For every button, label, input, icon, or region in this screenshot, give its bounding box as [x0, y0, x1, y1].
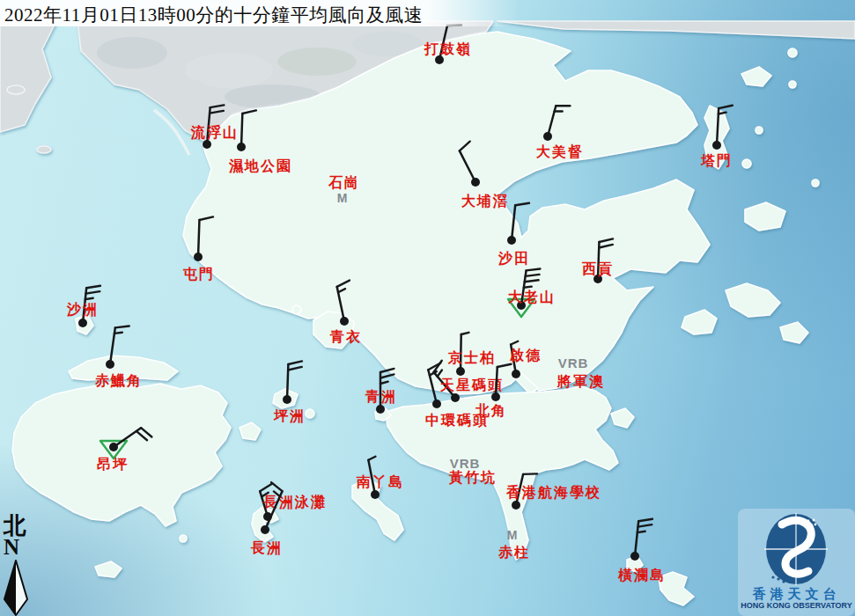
wind-barb-full-tick: [515, 203, 529, 206]
station-tseung-kwan-o: VRB將軍澳: [556, 356, 605, 389]
north-arrow-icon: [1, 560, 31, 616]
station-label: 沙洲: [66, 302, 99, 317]
station-label: 西貢: [581, 261, 614, 277]
stations-layer: 打鼓嶺流浮山濕地公園M石崗大埔滘大美督塔門沙田西貢大老山屯門沙洲赤鱲角青衣青洲京…: [0, 0, 855, 616]
station-tsing-yi: 青衣: [329, 281, 362, 344]
station-dot: [340, 317, 349, 326]
station-label: 北角: [475, 403, 507, 418]
station-label: 赤柱: [498, 545, 530, 560]
wind-barb-full-tick: [115, 326, 129, 327]
station-dot: [512, 501, 520, 510]
wind-barb-full-tick: [599, 238, 613, 242]
wind-barb-full-tick: [86, 286, 100, 289]
wind-barb-full-tick: [242, 110, 256, 114]
north-compass: 北 N: [1, 514, 36, 616]
station-peng-chau: 坪洲: [273, 361, 306, 423]
station-label: 塔門: [700, 153, 733, 168]
wind-barb-half-tick: [368, 457, 375, 460]
wind-barb-full-tick: [271, 482, 282, 491]
wind-barb-full-tick: [288, 361, 302, 364]
station-dot: [237, 143, 246, 151]
station-tai-po-kau: 大埔滘: [460, 142, 509, 209]
station-dot: [203, 140, 211, 149]
maintenance-marker: M: [507, 528, 519, 542]
wind-barb-half-tick: [524, 287, 532, 288]
wind-barb-full-tick: [526, 275, 540, 276]
station-chek-lap-kok: 赤鱲角: [94, 326, 143, 388]
wind-barb-half-tick: [461, 333, 469, 334]
station-sha-tin: 沙田: [498, 203, 530, 266]
wind-barb-half-tick: [338, 289, 345, 292]
wind-barb-half-tick: [638, 532, 645, 532]
station-ta-kwu-ling: 打鼓嶺: [424, 25, 472, 64]
maintenance-marker: M: [337, 191, 349, 205]
wind-barb-full-tick: [210, 105, 225, 107]
wind-barb-full-tick: [638, 519, 652, 522]
station-kai-tak: 啟德: [509, 341, 542, 378]
station-label: 將軍澳: [556, 374, 605, 389]
wind-barb-full-tick: [380, 374, 394, 378]
station-dot: [371, 490, 380, 499]
wind-barb-full-tick: [86, 291, 100, 294]
station-dot: [109, 443, 118, 451]
station-dot: [491, 392, 500, 401]
wind-barb-full-tick: [599, 245, 613, 248]
wind-map-stage: 打鼓嶺流浮山濕地公園M石崗大埔滘大美督塔門沙田西貢大老山屯門沙洲赤鱲角青衣青洲京…: [0, 0, 855, 616]
wind-barb-full-tick: [199, 216, 213, 220]
station-wetland-park: 濕地公園: [228, 110, 292, 174]
station-dot: [456, 367, 465, 376]
station-shek-kong: M石崗: [328, 175, 360, 205]
station-dot: [512, 370, 520, 378]
wind-barb-full-tick: [380, 369, 394, 372]
station-label: 黃竹坑: [448, 470, 497, 485]
wind-barb-full-tick: [638, 524, 652, 527]
wind-barb-staff: [241, 114, 242, 147]
map-title: 2022年11月01日13時00分的十分鐘平均風向及風速: [4, 3, 850, 27]
station-label: 京士柏: [447, 349, 496, 365]
wind-barb-full-tick: [525, 280, 539, 282]
station-wong-chuk-hang: VRB黃竹坑: [448, 456, 497, 485]
station-dot: [432, 400, 441, 408]
station-dot: [471, 178, 480, 187]
station-cheung-chau-beach: 長洲泳灘: [260, 484, 327, 521]
wind-barb-staff: [496, 367, 498, 397]
station-dot: [543, 132, 552, 141]
wind-barb-full-tick: [719, 106, 733, 108]
station-waglan-island: 橫瀾島: [617, 519, 666, 583]
station-dot: [712, 141, 721, 150]
variable-wind-marker: VRB: [450, 456, 481, 471]
station-tuen-mun: 屯門: [182, 216, 215, 282]
station-dot: [435, 55, 444, 64]
wind-barb-half-tick: [438, 370, 442, 376]
station-dot: [283, 395, 291, 404]
station-dot: [376, 405, 385, 414]
station-tai-mei-tuk: 大美督: [536, 106, 584, 159]
station-label: 南丫島: [356, 474, 404, 489]
wind-barb-full-tick: [260, 484, 272, 491]
station-label: 濕地公園: [228, 158, 292, 174]
station-label: 橫瀾島: [617, 568, 666, 583]
wind-barb-full-tick: [523, 473, 537, 474]
station-tates-cairn: 大老山: [508, 268, 556, 317]
station-stanley: M赤柱: [498, 528, 530, 560]
wind-barb-staff: [460, 150, 475, 182]
wind-barb-full-tick: [288, 367, 302, 370]
station-tap-mun: 塔門: [700, 106, 733, 168]
station-kings-park: 京士柏: [447, 333, 496, 376]
station-sai-kung: 西貢: [581, 238, 614, 283]
wind-barb-full-tick: [210, 111, 224, 114]
wind-barb-full-tick: [527, 268, 541, 270]
station-label: 打鼓嶺: [424, 41, 472, 56]
station-dot: [106, 360, 114, 369]
station-label: 長洲泳灘: [262, 494, 327, 510]
station-label: 香港航海學校: [505, 484, 601, 500]
station-label: 沙田: [498, 251, 530, 266]
station-label: 昂坪: [97, 457, 129, 472]
wind-barb-half-tick: [511, 341, 518, 345]
wind-barb-half-tick: [85, 298, 93, 299]
station-label: 屯門: [182, 267, 215, 282]
station-label: 大美督: [536, 143, 584, 159]
station-dot: [630, 552, 639, 561]
station-hk-sea-school: 香港航海學校: [505, 473, 601, 510]
station-label: 啟德: [509, 348, 542, 363]
